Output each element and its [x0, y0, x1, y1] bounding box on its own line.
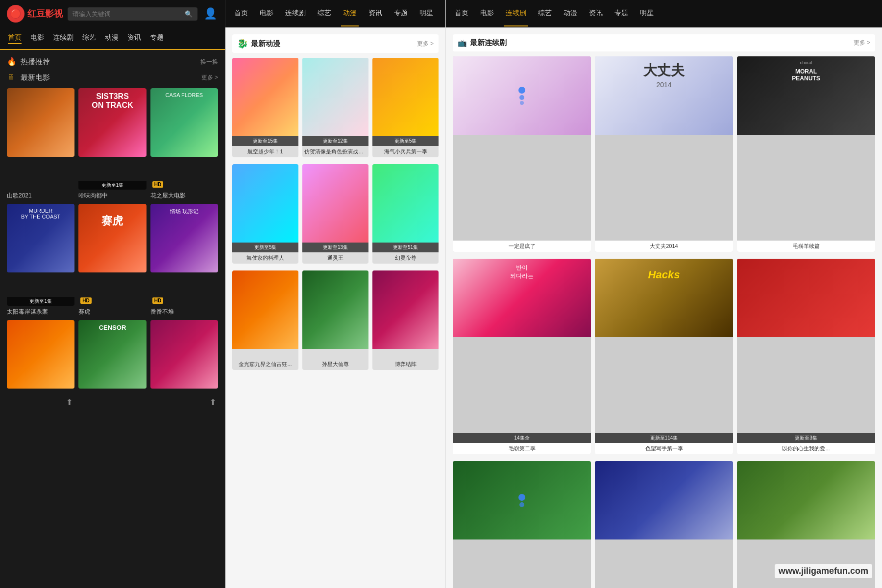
drama-grid-row1: 一定是疯了 大丈夫 2014 大丈夫2014 choral MORALPEANU… [453, 56, 875, 252]
drama-card-5[interactable]: Hacks 更新至114集 色望写手第一季 [595, 259, 733, 454]
drama-card-3[interactable]: choral MORALPEANUTS 毛崭羊续篇 [737, 56, 875, 252]
drama-section-title: 📺 最新连续剧 [458, 38, 507, 48]
drama-grid-row2: 반이되다라는 14集全 毛崭第二季 Hacks 更新至114集 色望写手第一季 [453, 259, 875, 454]
drama-card-1[interactable]: 一定是疯了 [453, 56, 591, 252]
anime-title-6: 幻灵帝尊 [372, 252, 439, 264]
mid-nav-special[interactable]: 专题 [392, 1, 410, 26]
anime-overlay-3: 更新至5集 [372, 136, 439, 146]
right-nav-movie[interactable]: 电影 [478, 1, 496, 26]
movie-card-7[interactable]: ⬆ [7, 320, 74, 423]
drama-more-btn[interactable]: 更多 > [854, 39, 870, 47]
right-nav-special[interactable]: 专题 [612, 1, 630, 26]
movie-section-title: 🖥 最新电影 [7, 73, 50, 82]
hot-more-btn[interactable]: 换一换 [200, 58, 218, 66]
movie-card-8[interactable]: CENSOR [78, 320, 146, 423]
hot-section-title: 🔥 热播推荐 [7, 57, 50, 67]
anime-card-4[interactable]: 更新至5集 舞伎家的料理人 [232, 164, 298, 264]
left-nav-news[interactable]: 资讯 [127, 32, 141, 44]
movie-card-1[interactable]: 山歌2021 [7, 88, 74, 200]
mid-nav-home[interactable]: 首页 [232, 1, 250, 26]
drama-overlay-4: 14集全 [453, 433, 591, 443]
movie-card-2[interactable]: SIST3RSON TRACK 更新至1集 哈味肉都中 [78, 88, 146, 200]
mid-nav-variety[interactable]: 综艺 [316, 1, 333, 26]
anime-card-5[interactable]: 更新至13集 通灵王 [302, 164, 368, 264]
left-nav: 首页 电影 连续剧 综艺 动漫 资讯 专题 [0, 27, 225, 50]
anime-title-4: 舞伎家的料理人 [232, 252, 298, 264]
drama-card-4[interactable]: 반이되다라는 14集全 毛崭第二季 [453, 259, 591, 454]
logo-icon: 🔴 [7, 5, 24, 23]
anime-icon: 🐉 [237, 38, 248, 49]
anime-title-3: 海气小兵兵第一季 [372, 146, 439, 157]
upload-icon-7: ⬆ [66, 397, 73, 407]
anime-overlay-6: 更新至51集 [372, 243, 439, 252]
movie-icon: 🖥 [7, 73, 17, 82]
left-nav-movie[interactable]: 电影 [30, 32, 44, 44]
drama-card-2[interactable]: 大丈夫 2014 大丈夫2014 [595, 56, 733, 252]
drama-title-4: 毛崭第二季 [453, 443, 591, 454]
right-nav-anime[interactable]: 动漫 [562, 1, 579, 26]
movie-title-6: 番番不堆 [150, 308, 218, 316]
drama-card-6[interactable]: 更新至3集 以你的心生我的爱... [737, 259, 875, 454]
logo-area[interactable]: 🔴 红豆影视 [7, 5, 63, 23]
anime-card-1[interactable]: 更新至15集 航空超少年！1 [232, 58, 298, 157]
search-icon: 🔍 [185, 10, 193, 18]
mid-nav-star[interactable]: 明星 [417, 1, 435, 26]
drama-title-5: 色望写手第一季 [595, 443, 733, 454]
anime-title-2: 仿贺清像是角色扮演战士... [302, 146, 368, 157]
right-header: 首页 电影 连续剧 综艺 动漫 资讯 专题 明星 [446, 0, 882, 27]
drama-title-3: 毛崭羊续篇 [737, 241, 875, 252]
movie-title-1: 山歌2021 [7, 192, 74, 200]
drama-title-1: 一定是疯了 [453, 241, 591, 252]
user-avatar[interactable]: 👤 [202, 6, 218, 22]
movie-more-btn[interactable]: 更多 > [201, 74, 218, 82]
left-nav-variety[interactable]: 综艺 [82, 32, 96, 44]
watermark: www.jiligamefun.com [775, 564, 872, 578]
drama-card-7[interactable]: 你一刻初 [453, 461, 591, 588]
left-nav-drama[interactable]: 连续剧 [53, 32, 74, 44]
right-nav-home[interactable]: 首页 [453, 1, 470, 26]
movie-card-5[interactable]: 赛虎 HD 赛虎 [78, 204, 146, 316]
drama-title-6: 以你的心生我的爱... [737, 443, 875, 454]
left-nav-special[interactable]: 专题 [150, 32, 164, 44]
movie-card-6[interactable]: 情场 现形记 HD 番番不堆 [150, 204, 218, 316]
anime-card-3[interactable]: 更新至5集 海气小兵兵第一季 [372, 58, 439, 157]
left-nav-anime[interactable]: 动漫 [105, 32, 119, 44]
search-box[interactable]: 🔍 [68, 7, 197, 21]
mid-nav-news[interactable]: 资讯 [367, 1, 384, 26]
anime-title-1: 航空超少年！1 [232, 146, 298, 157]
anime-more-btn[interactable]: 更多 > [417, 40, 434, 48]
movie-title-4: 太阳毒岸谋杀案 [7, 308, 74, 316]
right-panel: 首页 电影 连续剧 综艺 动漫 资讯 专题 明星 📺 最新连续剧 更多 > [446, 0, 882, 588]
movie-card-4[interactable]: MURDERBY THE COAST 更新至1集 太阳毒岸谋杀案 [7, 204, 74, 316]
anime-card-9[interactable]: 博弈结阵 [372, 270, 439, 370]
upload-icon-9: ⬆ [210, 397, 216, 407]
drama-card-8[interactable]: 更新至114集 享受生活吗 [595, 461, 733, 588]
drama-overlay-6: 更新至3集 [737, 433, 875, 443]
anime-card-7[interactable]: 金光茄九界之仙古狂... [232, 270, 298, 370]
movie-section-header: 🖥 最新电影 更多 > [7, 73, 218, 82]
movie-card-9[interactable]: ⬆ [150, 320, 218, 423]
anime-section-header: 🐉 最新动漫 更多 > [232, 34, 439, 53]
anime-card-2[interactable]: 更新至12集 仿贺清像是角色扮演战士... [302, 58, 368, 157]
right-nav-news[interactable]: 资讯 [587, 1, 605, 26]
left-nav-home[interactable]: 首页 [8, 32, 22, 44]
anime-card-6[interactable]: 更新至51集 幻灵帝尊 [372, 164, 439, 264]
anime-title-9: 博弈结阵 [372, 359, 439, 370]
anime-card-8[interactable]: 孙星大仙尊 [302, 270, 368, 370]
right-nav-variety[interactable]: 综艺 [536, 1, 554, 26]
search-input[interactable] [73, 10, 182, 18]
movie-card-3[interactable]: CASA FLORES HD 花之屋大电影 [150, 88, 218, 200]
anime-overlay-2: 更新至12集 [302, 136, 368, 146]
anime-title-5: 通灵王 [302, 252, 368, 264]
anime-grid-row1: 更新至15集 航空超少年！1 更新至12集 仿贺清像是角色扮演战士... 更新至… [232, 58, 439, 157]
mid-nav-movie[interactable]: 电影 [258, 1, 275, 26]
right-nav-drama[interactable]: 连续剧 [504, 1, 528, 26]
drama-overlay-5: 更新至114集 [595, 433, 733, 443]
hot-section-header: 🔥 热播推荐 换一换 [7, 57, 218, 67]
anime-overlay-4: 更新至5集 [232, 243, 298, 252]
movie-grid: 山歌2021 SIST3RSON TRACK 更新至1集 哈味肉都中 CASA … [7, 88, 218, 423]
mid-nav-drama[interactable]: 连续剧 [283, 1, 308, 26]
right-nav-star[interactable]: 明星 [638, 1, 656, 26]
left-header: 🔴 红豆影视 🔍 👤 [0, 0, 225, 27]
mid-nav-anime[interactable]: 动漫 [341, 1, 359, 26]
